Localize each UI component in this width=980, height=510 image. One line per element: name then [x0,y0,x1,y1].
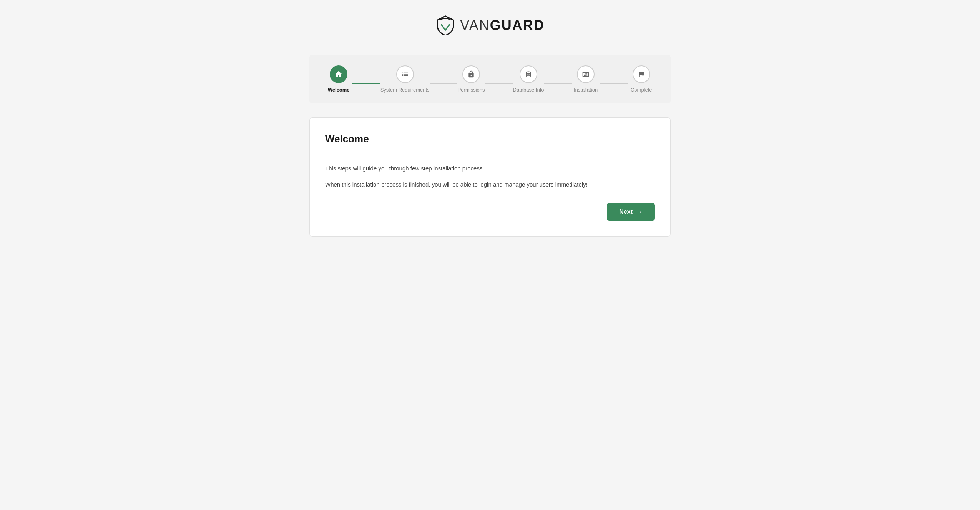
next-button-label: Next [619,208,633,215]
connector-2 [430,83,457,84]
step-database-info[interactable]: Database Info [513,65,544,93]
step-label-installation: Installation [574,87,598,93]
step-label-welcome: Welcome [328,87,350,93]
connector-4 [544,83,572,84]
next-button[interactable]: Next → [607,203,655,221]
step-circle-database-info [520,65,537,83]
card-divider [325,153,655,153]
card-paragraph-1: This steps will guide you through few st… [325,164,655,173]
connector-1 [352,83,380,84]
step-permissions[interactable]: Permissions [457,65,485,93]
step-circle-installation [577,65,595,83]
connector-3 [485,83,513,84]
arrow-right-icon: → [636,208,643,215]
step-label-system-requirements: System Requirements [380,87,430,93]
connector-5 [600,83,627,84]
step-circle-welcome [330,65,347,83]
step-label-database-info: Database Info [513,87,544,93]
step-label-permissions: Permissions [458,87,485,93]
card-title: Welcome [325,133,655,145]
step-label-complete: Complete [631,87,652,93]
step-complete[interactable]: Complete [628,65,655,93]
step-welcome[interactable]: Welcome [325,65,352,93]
content-card: Welcome This steps will guide you throug… [309,117,671,237]
card-paragraph-2: When this installation process is finish… [325,180,655,189]
logo-text: VANGUARD [460,17,544,33]
step-circle-complete [633,65,650,83]
card-footer: Next → [325,203,655,221]
step-circle-permissions [462,65,480,83]
card-body: This steps will guide you through few st… [325,164,655,189]
shield-icon [435,15,455,35]
logo: VANGUARD [309,15,671,35]
stepper: Welcome System Requirements [309,55,671,103]
step-installation[interactable]: Installation [572,65,600,93]
step-system-requirements[interactable]: System Requirements [380,65,430,93]
step-circle-system-requirements [396,65,414,83]
